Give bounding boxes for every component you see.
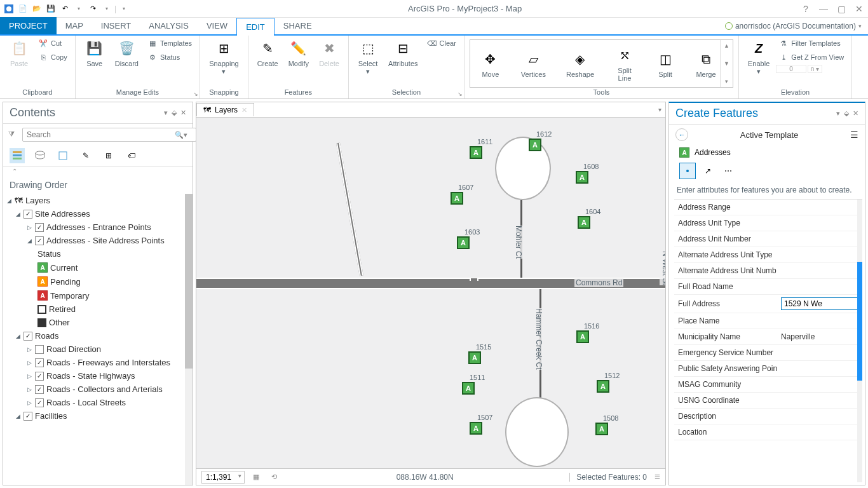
tab-insert[interactable]: INSERT (92, 17, 140, 34)
discard-edits-button[interactable]: 🗑️Discard (111, 37, 142, 69)
address-marker[interactable]: A (597, 380, 609, 393)
selection-launcher-icon[interactable]: ↘ (458, 91, 463, 97)
vertices-button[interactable]: ▱Vertices (517, 48, 550, 79)
visibility-checkbox[interactable]: ✓ (35, 372, 44, 381)
filter-funnel-icon[interactable]: ⧩ (8, 130, 18, 140)
visibility-checkbox[interactable] (35, 345, 44, 354)
address-marker[interactable]: A (578, 216, 590, 229)
select-button[interactable]: ⬚Select▾ (354, 37, 382, 76)
attribute-row[interactable]: USNG Coordinate (674, 393, 862, 409)
expand-icon[interactable]: ▷ (26, 373, 32, 379)
pane-close-icon[interactable]: ✕ (180, 109, 186, 117)
layer-entrance-points[interactable]: Addresses - Entrance Points (46, 222, 151, 232)
undo-icon[interactable]: ↶ (58, 3, 71, 15)
attribute-input[interactable] (781, 297, 858, 310)
visibility-checkbox[interactable]: ✓ (35, 223, 44, 232)
close-icon[interactable]: ✕ (853, 3, 865, 15)
address-marker[interactable]: A (529, 139, 541, 151)
attribute-row[interactable]: Address Unit Number (674, 231, 862, 247)
attribute-value[interactable] (777, 284, 862, 289)
attribute-row[interactable]: Place Name (674, 313, 862, 329)
attribute-value[interactable]: Naperville (777, 330, 862, 344)
enable-z-button[interactable]: ZEnable▾ (744, 37, 773, 76)
list-by-selection-icon[interactable] (55, 148, 71, 163)
attribute-row[interactable]: Full Road Name (674, 279, 862, 295)
expand-icon[interactable]: ◢ (15, 333, 21, 339)
visibility-checkbox[interactable]: ✓ (24, 332, 32, 341)
attribute-value[interactable] (777, 318, 862, 323)
tab-share[interactable]: SHARE (275, 17, 321, 34)
address-marker[interactable]: A (462, 382, 475, 395)
list-by-labeling-icon[interactable]: 🏷 (124, 148, 139, 163)
expand-icon[interactable]: ◢ (26, 238, 32, 244)
selection-menu-icon[interactable]: ☰ (652, 473, 660, 480)
address-marker[interactable]: A (457, 236, 470, 249)
tab-analysis[interactable]: ANALYSIS (140, 17, 198, 34)
attribute-value[interactable] (777, 350, 862, 355)
end-of-line-tool[interactable]: ↗ (700, 163, 716, 179)
expand-icon[interactable]: ◢ (15, 413, 21, 419)
attribute-row[interactable]: MSAG Community (674, 377, 862, 393)
list-by-editing-icon[interactable]: ✎ (78, 148, 93, 163)
layer-highways[interactable]: Roads - State Highways (46, 371, 135, 381)
scrollbar-thumb[interactable] (185, 194, 193, 369)
tab-edit[interactable]: EDIT (236, 18, 275, 36)
attribute-row[interactable]: Location (674, 424, 862, 440)
expand-icon[interactable]: ▷ (26, 386, 32, 393)
search-icon[interactable]: 🔍▾ (175, 131, 187, 139)
pane-options-icon[interactable]: ▾ (164, 109, 168, 117)
template-menu-icon[interactable]: ☰ (850, 130, 858, 140)
move-button[interactable]: ✥Move (477, 48, 505, 79)
point-tool[interactable] (679, 163, 696, 179)
scrollbar-thumb[interactable] (857, 262, 862, 381)
contents-search-input[interactable] (22, 128, 196, 142)
map-tab-layers[interactable]: 🗺 Layers ✕ (196, 103, 254, 116)
address-marker[interactable]: A (576, 171, 588, 184)
open-icon[interactable]: 📂 (31, 3, 43, 15)
attribute-value[interactable] (777, 414, 862, 419)
visibility-checkbox[interactable]: ✓ (35, 236, 44, 245)
tab-map[interactable]: MAP (57, 17, 92, 34)
new-icon[interactable]: 📄 (17, 3, 29, 15)
attribute-row[interactable]: Address Unit Type (674, 215, 862, 231)
map-canvas[interactable]: Commons Rd Mohler Ct Hammer Creek Ct N W… (196, 118, 665, 468)
layer-site-addresses[interactable]: Site Addresses (35, 209, 90, 219)
template-addresses[interactable]: A Addresses (669, 145, 865, 160)
list-by-source-icon[interactable] (32, 148, 48, 163)
user-display[interactable]: anorrisdoc (ArcGIS Documentation) ▾ (725, 22, 862, 30)
tab-view[interactable]: VIEW (198, 17, 236, 34)
pane-close-icon[interactable]: ✕ (853, 109, 858, 118)
help-icon[interactable]: ? (799, 3, 812, 15)
tab-project[interactable]: PROJECT (0, 17, 57, 34)
layer-collectors[interactable]: Roads - Collectors and Arterials (46, 384, 163, 394)
redo-dropdown-icon[interactable]: ▾ (100, 3, 113, 15)
layer-roads[interactable]: Roads (35, 331, 59, 341)
address-marker[interactable]: A (468, 351, 481, 364)
status-button[interactable]: ⚙Status (145, 51, 194, 64)
layers-root[interactable]: Layers (25, 196, 50, 205)
app-icon[interactable] (3, 3, 15, 15)
create-button[interactable]: ✎Create (254, 37, 282, 69)
pause-draw-icon[interactable]: ▦ (250, 471, 262, 484)
visibility-checkbox[interactable]: ✓ (35, 385, 44, 394)
visibility-checkbox[interactable]: ✓ (35, 358, 44, 367)
layer-site-points[interactable]: Addresses - Site Address Points (46, 236, 165, 245)
split-line-button[interactable]: ⤲SplitLine (611, 44, 639, 83)
attributes-button[interactable]: ⊟Attributes (384, 37, 421, 69)
list-by-drawing-icon[interactable] (10, 148, 25, 163)
back-button[interactable]: ← (675, 128, 688, 141)
expand-icon[interactable]: ▷ (26, 346, 32, 353)
attribute-value[interactable] (777, 268, 862, 273)
attribute-scrollbar[interactable] (857, 200, 862, 482)
merge-button[interactable]: ⧉Merge (692, 48, 720, 79)
save-icon[interactable]: 💾 (44, 3, 57, 15)
pane-pin-icon[interactable]: ⬙ (844, 109, 849, 118)
address-marker[interactable]: A (576, 330, 589, 343)
address-marker[interactable]: A (470, 422, 482, 435)
attribute-value[interactable] (777, 430, 862, 435)
contents-scrollbar[interactable] (185, 194, 193, 485)
attribute-value[interactable] (777, 252, 862, 257)
attribute-row[interactable]: Alternate Address Unit Type (674, 247, 862, 263)
redo-icon[interactable]: ↷ (86, 3, 99, 15)
attribute-list[interactable]: Address RangeAddress Unit TypeAddress Un… (674, 199, 862, 482)
